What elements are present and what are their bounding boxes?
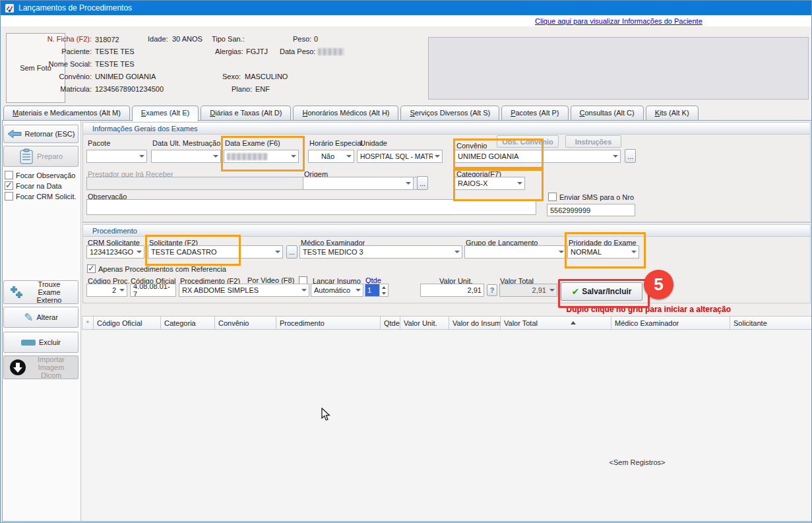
focar-observacao-checkbox[interactable] [5, 171, 13, 179]
tab-materiais-e-medicamentos-alt-m[interactable]: Materiais e Medicamentos (Alt M) [3, 106, 130, 120]
tab-consultas-alt-c[interactable]: Consultas (Alt C) [571, 106, 644, 120]
grid-col-codigo-oficial[interactable]: Código Oficial [94, 316, 161, 330]
tab-pacotes-alt-p[interactable]: Pacotes (Alt P) [501, 106, 568, 120]
chevron-down-icon [517, 182, 522, 185]
chevron-down-icon [549, 289, 555, 292]
paciente-label: Paciente: [14, 47, 92, 55]
solicitante-browse-button[interactable]: ... [286, 245, 297, 259]
patient-info-link[interactable]: Clique aqui para visualizar Informações … [535, 17, 703, 25]
convenio-browse-button[interactable]: ... [625, 149, 636, 163]
grid-col-convenio[interactable]: Convênio [215, 316, 276, 330]
idade-value: 30 ANOS [172, 35, 203, 43]
sexo-value: MASCULINO [245, 73, 288, 80]
alterar-button[interactable]: ✎ Alterar [3, 307, 78, 328]
solicitante-select[interactable]: TESTE CADASTRO [148, 245, 283, 259]
alergias-label: Alergias: [215, 47, 243, 55]
preparo-label: Preparo [37, 152, 63, 160]
crm-solicitante-select[interactable]: 12341234GO [86, 245, 144, 259]
grupo-lancamento-select[interactable] [464, 245, 567, 259]
excluir-button[interactable]: Excluir [3, 332, 78, 353]
grid-col-solicitante[interactable]: Solicitante [730, 316, 812, 330]
peso-value: 0 [314, 35, 318, 43]
data-exame-select[interactable] [224, 150, 299, 163]
tab-exames-alt-e[interactable]: Exames (Alt E) [132, 106, 199, 121]
chevron-down-icon [613, 155, 618, 158]
salvar-incluir-button[interactable]: ✔ Salvar/Incluir [561, 282, 642, 301]
enviar-sms-label: Enviar SMS para o Nro [559, 193, 634, 201]
grid-empty-text: <Sem Registros> [581, 458, 693, 466]
alterar-label: Alterar [36, 313, 57, 321]
unidade-select[interactable]: HOSPITAL SQL - MATRIZ [357, 150, 443, 163]
chevron-down-icon [631, 251, 637, 253]
tab-kits-alt-k[interactable]: Kits (Alt K) [646, 106, 699, 120]
observacao-input[interactable] [86, 199, 536, 215]
retornar-button[interactable]: Retornar (ESC) [3, 125, 78, 143]
focar-crm-row: Focar CRM Solicit. [5, 192, 77, 200]
grid-col-valor-do-insumo[interactable]: Valor do Insumo [449, 316, 501, 330]
idade-label: Idade: [148, 35, 168, 43]
pacote-select[interactable] [86, 150, 147, 163]
grid-body[interactable] [82, 330, 812, 521]
categoria-select[interactable]: RAIOS-X [454, 177, 525, 190]
stepper-buttons[interactable] [379, 284, 388, 296]
prioridade-select[interactable]: NORMAL [567, 245, 639, 259]
codigo-oficial-input[interactable]: 4.08.08.01-7 [130, 284, 176, 297]
chevron-down-icon [301, 289, 307, 292]
origem-select[interactable] [303, 177, 414, 190]
preparo-button[interactable]: Preparo [3, 146, 78, 167]
exames-section-title: Informações Gerais dos Exames [83, 123, 810, 135]
grid-header: *Código OficialCategoriaConvênioProcedim… [82, 316, 812, 330]
minus-bar-icon [21, 340, 36, 346]
importar-label: Importar Imagem Dicom [30, 355, 73, 379]
instrucoes-button[interactable]: Instruções [565, 135, 621, 148]
procedimento-select[interactable]: RX ABDOME SIMPLES [179, 284, 309, 297]
grid-col-qtde[interactable]: Qtde [381, 316, 400, 330]
obs-convenio-button[interactable]: Obs. Convênio [497, 135, 559, 148]
chevron-down-icon [139, 155, 144, 158]
plano-label: Plano: [232, 85, 252, 93]
horario-especial-select[interactable]: Não [308, 150, 354, 163]
procedimento-section-title: Procedimento [83, 225, 810, 237]
grid-col-valor-unit[interactable]: Valor Unit. [400, 316, 449, 330]
grid-col-categoria[interactable]: Categoria [161, 316, 215, 330]
double-plus-icon [10, 286, 23, 298]
focar-na-data-checkbox[interactable] [5, 181, 13, 190]
help-button[interactable]: ? [487, 284, 497, 296]
trouxe-exame-externo-button[interactable]: Trouxe Exame Externo [3, 280, 78, 304]
enviar-sms-checkbox[interactable] [548, 193, 557, 201]
importar-imagem-dicom-button[interactable]: Importar Imagem Dicom [3, 355, 78, 379]
mouse-cursor [321, 408, 330, 421]
nome-social-label: Nome Social: [14, 60, 92, 68]
grid-col-valor-total[interactable]: Valor Total [501, 316, 611, 330]
unidade-label: Unidade [360, 139, 387, 147]
tab-honorarios-medicos-alt-h[interactable]: Honorários Médicos (Alt H) [293, 106, 398, 120]
tab-servicos-diversos-alt-s[interactable]: Serviços Diversos (Alt S) [400, 106, 499, 120]
focar-crm-checkbox[interactable] [5, 192, 13, 200]
title-bar: Lançamentos de Procedimentos [1, 1, 811, 15]
data-peso-label: Data Peso: [280, 47, 315, 55]
stepper-down-icon[interactable] [382, 292, 386, 295]
grid-col-medico-examinador[interactable]: Médico Examinador [611, 316, 730, 330]
tab-diarias-e-taxas-alt-d[interactable]: Diárias e Taxas (Alt D) [201, 106, 291, 120]
grid-col-procedimento[interactable]: Procedimento [276, 316, 381, 330]
chevron-down-icon [356, 289, 361, 292]
lancar-insumo-select[interactable]: Automático [311, 284, 363, 297]
focar-observacao-row: Focar Observação [5, 171, 75, 179]
excluir-label: Excluir [39, 338, 61, 346]
medico-examinador-select[interactable]: TESTE MEDICO 3 [299, 245, 462, 259]
retornar-label: Retornar (ESC) [25, 130, 75, 138]
origem-browse-button[interactable]: ... [417, 176, 428, 190]
patient-extra-panel [428, 37, 809, 100]
tab-bar: Materiais e Medicamentos (Alt M)Exames (… [3, 106, 699, 120]
trouxe-exame-externo-label: Trouxe Exame Externo [26, 280, 73, 304]
stepper-up-icon[interactable] [382, 286, 386, 289]
codigo-proc-select[interactable]: 2 [86, 284, 127, 297]
convenio-select[interactable]: UNIMED GOIANIA [454, 150, 621, 163]
sms-number-input[interactable]: 5562999999 [547, 204, 635, 216]
qtde-stepper[interactable]: 1 [365, 284, 389, 297]
data-ult-select[interactable] [151, 150, 221, 163]
apenas-referencia-checkbox[interactable] [87, 264, 96, 273]
download-circle-icon [9, 359, 26, 376]
valor-unit-input[interactable]: 2,91 [420, 284, 484, 297]
chevron-down-icon [291, 155, 296, 158]
